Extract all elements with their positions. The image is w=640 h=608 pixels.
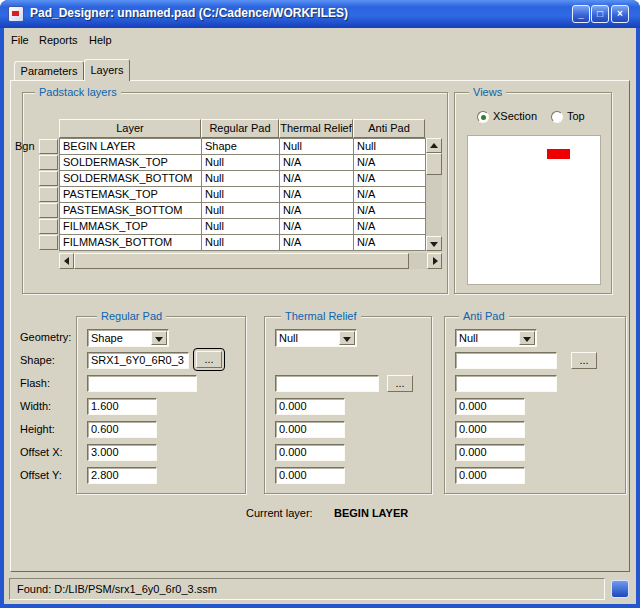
cell-anti-pad[interactable]: N/A — [354, 203, 426, 219]
thermal-height-field[interactable]: 0.000 — [275, 421, 345, 438]
height-label: Height: — [20, 422, 55, 436]
cell-layer[interactable]: PASTEMASK_BOTTOM — [60, 203, 202, 219]
anti-geometry-dropdown[interactable]: Null — [455, 329, 537, 347]
scroll-left-button[interactable] — [59, 253, 74, 269]
regular-height-field[interactable]: 0.600 — [87, 421, 157, 438]
cell-layer[interactable]: BEGIN LAYER — [60, 139, 202, 155]
cell-regular-pad[interactable]: Null — [202, 187, 280, 203]
horizontal-scrollbar[interactable] — [59, 253, 442, 269]
offset-x-label: Offset X: — [20, 445, 63, 459]
anti-shape-field[interactable] — [455, 352, 557, 369]
thermal-shape-field[interactable] — [275, 375, 379, 392]
cell-anti-pad[interactable]: Null — [354, 139, 426, 155]
top-radio[interactable] — [551, 111, 563, 123]
views-group: Views XSection Top — [454, 92, 612, 294]
cell-thermal-relief[interactable]: N/A — [280, 155, 354, 171]
anti-offset-y-field[interactable]: 0.000 — [455, 467, 525, 484]
regular-shape-field[interactable]: SRX1_6Y0_6R0_3 — [87, 352, 189, 369]
anti-shape-browse-button[interactable]: ... — [571, 352, 597, 369]
cell-regular-pad[interactable]: Null — [202, 155, 280, 171]
cell-regular-pad[interactable]: Null — [202, 219, 280, 235]
anti-width-field[interactable]: 0.000 — [455, 398, 525, 415]
shape-label: Shape: — [20, 353, 55, 367]
cell-thermal-relief[interactable]: N/A — [280, 235, 354, 251]
menu-reports[interactable]: Reports — [36, 32, 81, 48]
row-selector[interactable] — [39, 187, 58, 202]
scrollbar-thumb[interactable] — [426, 153, 442, 175]
cell-anti-pad[interactable]: N/A — [354, 219, 426, 235]
cell-thermal-relief[interactable]: N/A — [280, 219, 354, 235]
bgn-label: Bgn — [15, 139, 35, 153]
cell-layer[interactable]: PASTEMASK_TOP — [60, 187, 202, 203]
table-row: PASTEMASK_TOP Null N/A N/A — [60, 187, 426, 203]
dropdown-button[interactable] — [151, 331, 167, 345]
xsection-radio[interactable] — [477, 111, 489, 123]
cell-thermal-relief[interactable]: N/A — [280, 203, 354, 219]
arrow-up-icon — [430, 143, 438, 148]
tab-layers[interactable]: Layers — [84, 59, 130, 81]
chevron-down-icon — [343, 337, 351, 342]
anti-flash-field[interactable] — [455, 375, 557, 392]
title-bar[interactable]: Pad_Designer: unnamed.pad (C:/Cadence/WO… — [0, 0, 640, 28]
cell-layer[interactable]: SOLDERMASK_BOTTOM — [60, 171, 202, 187]
cell-regular-pad[interactable]: Null — [202, 203, 280, 219]
cell-regular-pad[interactable]: Null — [202, 235, 280, 251]
row-selector[interactable] — [39, 139, 58, 154]
thermal-shape-browse-button[interactable]: ... — [387, 375, 413, 392]
table-row: SOLDERMASK_BOTTOM Null N/A N/A — [60, 171, 426, 187]
anti-offset-x-field[interactable]: 0.000 — [455, 444, 525, 461]
cell-anti-pad[interactable]: N/A — [354, 235, 426, 251]
padstack-layers-title: Padstack layers — [35, 86, 121, 98]
cell-anti-pad[interactable]: N/A — [354, 155, 426, 171]
cell-thermal-relief[interactable]: N/A — [280, 187, 354, 203]
cell-layer[interactable]: SOLDERMASK_TOP — [60, 155, 202, 171]
table-row: SOLDERMASK_TOP Null N/A N/A — [60, 155, 426, 171]
thermal-offset-x-field[interactable]: 0.000 — [275, 444, 345, 461]
row-selector[interactable] — [39, 155, 58, 170]
cell-anti-pad[interactable]: N/A — [354, 187, 426, 203]
thermal-geometry-dropdown[interactable]: Null — [275, 329, 357, 347]
dropdown-button[interactable] — [519, 331, 535, 345]
arrow-left-icon — [64, 257, 69, 265]
row-selector[interactable] — [39, 235, 58, 250]
cell-thermal-relief[interactable]: Null — [280, 139, 354, 155]
vertical-scrollbar[interactable] — [426, 138, 442, 251]
regular-width-field[interactable]: 1.600 — [87, 398, 157, 415]
thermal-offset-y-field[interactable]: 0.000 — [275, 467, 345, 484]
cell-anti-pad[interactable]: N/A — [354, 171, 426, 187]
anti-pad-group: Anti Pad Null ... 0.000 0.000 0.000 0.00… — [444, 316, 626, 494]
dropdown-button[interactable] — [339, 331, 355, 345]
row-selector[interactable] — [39, 203, 58, 218]
regular-offset-y-field[interactable]: 2.800 — [87, 467, 157, 484]
pad-preview-rect — [547, 149, 570, 159]
table-row: PASTEMASK_BOTTOM Null N/A N/A — [60, 203, 426, 219]
scroll-right-button[interactable] — [427, 253, 442, 269]
regular-flash-field[interactable] — [87, 375, 197, 392]
thermal-width-field[interactable]: 0.000 — [275, 398, 345, 415]
menu-help[interactable]: Help — [86, 32, 115, 48]
scrollbar-thumb[interactable] — [74, 253, 409, 269]
minimize-button[interactable]: _ — [572, 5, 590, 23]
regular-shape-browse-button[interactable]: ... — [196, 351, 222, 368]
close-button[interactable]: × — [611, 5, 629, 23]
maximize-button[interactable]: □ — [591, 5, 609, 23]
menu-file[interactable]: File — [8, 32, 32, 48]
regular-offset-x-field[interactable]: 3.000 — [87, 444, 157, 461]
padstack-layers-group: Padstack layers Layer Regular Pad Therma… — [22, 92, 448, 294]
tab-parameters[interactable]: Parameters — [14, 61, 84, 80]
xsection-radio-label[interactable]: XSection — [493, 110, 537, 122]
anti-height-field[interactable]: 0.000 — [455, 421, 525, 438]
regular-geometry-dropdown[interactable]: Shape — [87, 329, 169, 347]
cell-layer[interactable]: FILMMASK_BOTTOM — [60, 235, 202, 251]
scroll-down-button[interactable] — [426, 236, 442, 251]
resize-grip-icon[interactable] — [611, 580, 629, 598]
cell-regular-pad[interactable]: Shape — [202, 139, 280, 155]
pad-designer-window: Pad_Designer: unnamed.pad (C:/Cadence/WO… — [0, 0, 640, 608]
row-selector[interactable] — [39, 219, 58, 234]
row-selector[interactable] — [39, 171, 58, 186]
scroll-up-button[interactable] — [426, 138, 442, 153]
cell-thermal-relief[interactable]: N/A — [280, 171, 354, 187]
cell-layer[interactable]: FILMMASK_TOP — [60, 219, 202, 235]
cell-regular-pad[interactable]: Null — [202, 171, 280, 187]
top-radio-label[interactable]: Top — [567, 110, 585, 122]
